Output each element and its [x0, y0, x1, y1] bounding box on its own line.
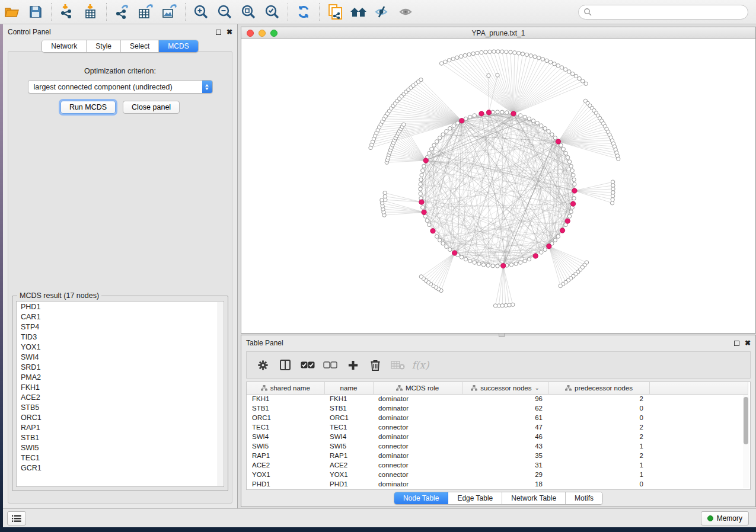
table-cell[interactable]: SWI4	[247, 432, 324, 441]
mcds-result-item[interactable]: FKH1	[17, 382, 224, 392]
import-table-button[interactable]	[79, 2, 103, 22]
leaf-node[interactable]	[617, 157, 620, 161]
network-node[interactable]	[448, 248, 452, 251]
search-field[interactable]	[578, 5, 748, 20]
table-cell[interactable]: dominator	[373, 479, 462, 489]
table-panel-splitter-handle[interactable]	[499, 333, 505, 337]
table-cell[interactable]: 2	[548, 451, 649, 460]
leaf-node[interactable]	[447, 59, 451, 62]
table-cell[interactable]: dominator	[373, 432, 462, 441]
network-node[interactable]	[550, 133, 554, 136]
mcds-list-scrollbar[interactable]	[218, 302, 223, 486]
leaf-node[interactable]	[545, 59, 548, 62]
leaf-node[interactable]	[533, 55, 537, 59]
save-session-button[interactable]	[24, 2, 47, 22]
table-cell[interactable]: connector	[373, 470, 462, 479]
network-node[interactable]	[422, 164, 426, 168]
network-node[interactable]	[464, 117, 467, 120]
table-cell[interactable]: 29	[462, 470, 548, 479]
leaf-node[interactable]	[578, 76, 581, 80]
table-row[interactable]: SWI4SWI4dominator462	[247, 432, 748, 441]
network-node[interactable]	[567, 160, 571, 164]
mcds-result-item[interactable]: SWI4	[17, 352, 224, 362]
leaf-node[interactable]	[493, 304, 497, 307]
mcds-result-item[interactable]: TID3	[17, 332, 224, 342]
network-node[interactable]	[464, 257, 467, 261]
mcds-hub-node[interactable]	[460, 118, 464, 123]
mcds-hub-node[interactable]	[547, 244, 551, 249]
mcds-hub-node[interactable]	[565, 219, 570, 223]
network-node[interactable]	[435, 235, 438, 238]
network-node[interactable]	[535, 121, 539, 125]
leaf-node[interactable]	[419, 78, 423, 81]
column-header-successor-nodes[interactable]: successor nodes⌄	[462, 382, 548, 394]
leaf-node[interactable]	[529, 54, 532, 57]
leaf-node[interactable]	[471, 52, 475, 55]
network-node[interactable]	[460, 255, 463, 259]
network-node[interactable]	[500, 110, 504, 114]
table-row[interactable]: TEC1TEC1connector472	[247, 422, 748, 432]
network-node[interactable]	[518, 261, 522, 264]
export-table-button[interactable]	[134, 2, 158, 22]
network-node[interactable]	[419, 192, 422, 196]
leaf-node[interactable]	[480, 50, 483, 54]
table-row[interactable]: ACE2ACE2connector311	[247, 460, 748, 470]
table-cell[interactable]: 61	[462, 413, 548, 422]
leaf-node[interactable]	[574, 74, 578, 78]
zoom-selected-button[interactable]	[260, 2, 284, 22]
mcds-hub-node[interactable]	[486, 110, 491, 115]
network-node[interactable]	[523, 259, 527, 262]
network-node[interactable]	[567, 214, 571, 218]
table-tab-edge-table[interactable]: Edge Table	[448, 492, 502, 504]
network-node[interactable]	[540, 251, 543, 254]
network-node[interactable]	[572, 196, 576, 200]
mcds-result-item[interactable]: YOX1	[17, 342, 224, 352]
leaf-node[interactable]	[476, 51, 479, 55]
table-row[interactable]: YOX1YOX1connector291	[247, 470, 748, 479]
column-header-MCDS-role[interactable]: MCDS role	[373, 382, 462, 394]
table-cell[interactable]: 1	[548, 470, 649, 479]
table-cell[interactable]: ACE2	[324, 460, 373, 470]
network-node[interactable]	[505, 111, 508, 114]
network-node[interactable]	[573, 182, 576, 186]
tab-mcds[interactable]: MCDS	[159, 40, 197, 52]
leaf-node[interactable]	[553, 62, 556, 66]
leaf-node[interactable]	[380, 198, 384, 202]
table-cell[interactable]: 0	[548, 413, 649, 422]
leaf-node[interactable]	[563, 68, 567, 71]
leaf-node[interactable]	[567, 70, 571, 73]
table-cell[interactable]: 1	[548, 441, 649, 451]
network-canvas[interactable]	[241, 39, 755, 333]
leaf-node[interactable]	[611, 194, 614, 198]
network-node[interactable]	[435, 140, 438, 143]
table-cell[interactable]: STB1	[324, 403, 373, 413]
table-cell[interactable]: RAP1	[247, 451, 324, 460]
leaf-node[interactable]	[419, 275, 423, 278]
network-node[interactable]	[553, 238, 557, 242]
mcds-result-item[interactable]: PMA2	[17, 372, 224, 382]
leaf-node[interactable]	[444, 60, 447, 63]
mcds-result-item[interactable]: SRD1	[17, 362, 224, 372]
network-node[interactable]	[509, 263, 513, 267]
leaf-node[interactable]	[383, 191, 387, 194]
leaf-node[interactable]	[496, 73, 499, 77]
search-input[interactable]	[592, 8, 748, 16]
table-tab-node-table[interactable]: Node Table	[394, 492, 449, 504]
table-settings-button[interactable]	[254, 356, 272, 374]
table-cell[interactable]	[649, 413, 748, 422]
table-panel-float-button[interactable]	[734, 341, 739, 346]
table-cell[interactable]: 18	[462, 479, 548, 489]
leaf-node[interactable]	[467, 53, 471, 56]
table-cell[interactable]: 0	[548, 479, 649, 489]
leaf-node[interactable]	[560, 66, 563, 69]
network-node[interactable]	[527, 257, 531, 261]
column-header-predecessor-nodes[interactable]: predecessor nodes	[548, 382, 649, 394]
leaf-node[interactable]	[611, 187, 615, 191]
network-node[interactable]	[445, 129, 448, 133]
leaf-node[interactable]	[611, 180, 614, 184]
table-row[interactable]: PHD1PHD1dominator180	[247, 479, 748, 489]
table-cell[interactable]: FKH1	[324, 394, 373, 403]
mcds-result-item[interactable]: ACE2	[17, 392, 224, 402]
table-cell[interactable]	[649, 451, 748, 460]
criterion-dropdown[interactable]: largest connected component (undirected)	[28, 80, 213, 94]
